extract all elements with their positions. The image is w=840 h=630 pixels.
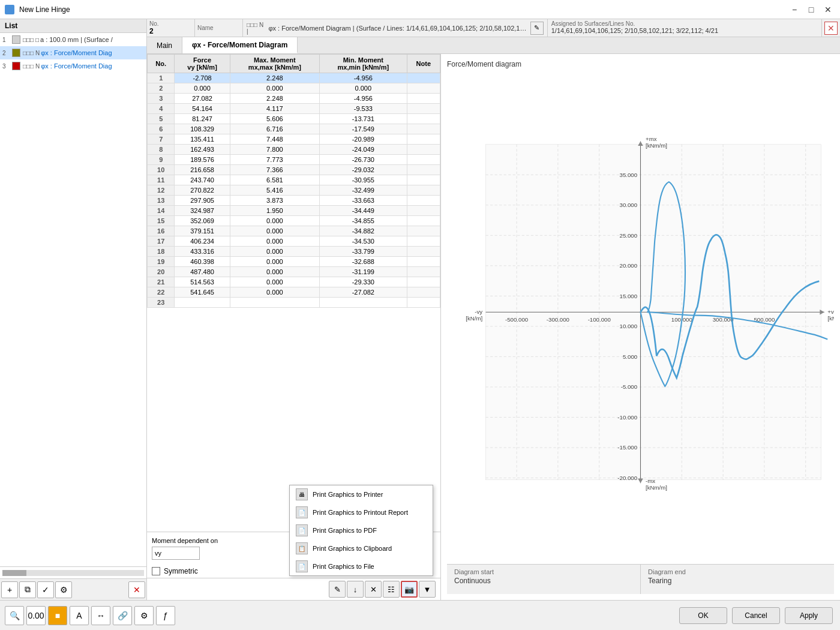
sidebar-header: List — [0, 19, 146, 33]
file-icon: 📄 — [296, 560, 308, 572]
maximize-button[interactable]: □ — [804, 4, 818, 16]
sidebar-item-1[interactable]: 1 □□□ □ a : 100.0 mm | (Surface / — [0, 33, 146, 46]
table-row[interactable]: 20487.4800.000-31.199 — [148, 267, 440, 277]
minimize-button[interactable]: − — [787, 4, 802, 16]
sidebar-toolbar: + ⧉ ✓ ⚙ ✕ — [0, 578, 146, 600]
symmetric-checkbox[interactable] — [152, 567, 160, 575]
table-row[interactable]: 1-2.7082.248-4.956 — [148, 73, 440, 83]
table-row[interactable]: 7135.4117.448-20.989 — [148, 134, 440, 145]
table-row[interactable]: 581.2475.606-13.731 — [148, 114, 440, 124]
table-cell-note — [407, 267, 440, 277]
table-cell-note — [407, 185, 440, 196]
moment-input[interactable] — [152, 547, 200, 560]
table-cell-no: 18 — [148, 247, 175, 257]
tab-diagram[interactable]: φx - Force/Moment Diagram — [182, 37, 298, 53]
function-button[interactable]: ƒ — [156, 606, 175, 625]
table-row[interactable]: 10216.6587.366-29.032 — [148, 165, 440, 175]
table-row[interactable]: 454.1644.117-9.533 — [148, 104, 440, 114]
table-row[interactable]: 16379.1510.000-34.882 — [148, 226, 440, 236]
table-row[interactable]: 11243.7406.581-30.955 — [148, 175, 440, 185]
item-icons-3: □□□ N — [23, 63, 40, 70]
print-file-label: Print Graphics to File — [313, 563, 374, 570]
copy-item-button[interactable]: ⧉ — [19, 581, 36, 598]
print-report-item[interactable]: 📄 Print Graphics to Printout Report — [290, 503, 433, 521]
coordinates-button[interactable]: 0.00 — [26, 606, 46, 625]
table-row[interactable]: 23 — [148, 298, 440, 308]
table-cell-max_moment: 0.000 — [230, 287, 319, 298]
table-cell-no: 20 — [148, 267, 175, 277]
grid-button[interactable]: ☷ — [383, 581, 400, 598]
table-row[interactable]: 13297.9053.873-33.663 — [148, 196, 440, 206]
table-cell-no: 4 — [148, 104, 175, 114]
ok-button[interactable]: OK — [679, 607, 727, 624]
table-row[interactable]: 21514.5630.000-29.330 — [148, 277, 440, 287]
col-max-moment: Max. Momentmx,max [kNm/m] — [230, 55, 319, 73]
edit-cell-button[interactable]: ✎ — [329, 581, 346, 598]
dimensions-button[interactable]: ↔ — [91, 606, 110, 625]
table-cell-note — [407, 206, 440, 216]
table-cell-min_moment: -13.731 — [320, 114, 407, 124]
table-row[interactable]: 327.0822.248-4.956 — [148, 94, 440, 104]
sidebar-item-3[interactable]: 3 □□□ N φx : Force/Moment Diag — [0, 59, 146, 73]
table-row[interactable]: 14324.9871.950-34.449 — [148, 206, 440, 216]
settings-button[interactable]: ⚙ — [134, 606, 154, 625]
svg-text:-20.000: -20.000 — [617, 475, 637, 481]
cancel-button[interactable]: Cancel — [732, 607, 780, 624]
dialog-buttons: OK Cancel Apply — [672, 607, 840, 624]
print-pdf-item[interactable]: 📄 Print Graphics to PDF — [290, 521, 433, 539]
table-cell-no: 14 — [148, 206, 175, 216]
add-item-button[interactable]: + — [1, 581, 18, 598]
table-cell-min_moment: -34.449 — [320, 206, 407, 216]
link-button[interactable]: 🔗 — [113, 606, 132, 625]
item-color-1 — [12, 35, 20, 44]
text-button[interactable]: A — [70, 606, 89, 625]
print-clipboard-item[interactable]: 📋 Print Graphics to Clipboard — [290, 539, 433, 557]
sidebar-item-2[interactable]: 2 □□□ N φx : Force/Moment Diag — [0, 46, 146, 59]
table-cell-max_moment: 7.448 — [230, 134, 319, 145]
table-cell-note — [407, 124, 440, 134]
table-cell-note — [407, 287, 440, 298]
table-row[interactable]: 12270.8225.416-32.499 — [148, 185, 440, 196]
print-clipboard-label: Print Graphics to Clipboard — [313, 545, 392, 552]
diagram-footer: Diagram start Continuous Diagram end Tea… — [447, 564, 834, 594]
edit-name-button[interactable]: ✎ — [530, 22, 544, 35]
bottom-toolbar: 🔍 0.00 ■ A ↔ 🔗 ⚙ ƒ — [0, 604, 672, 628]
table-row[interactable]: 15352.0690.000-34.855 — [148, 216, 440, 226]
assigned-edit-button[interactable]: ✕ — [824, 22, 838, 35]
item-icons-2: □□□ N — [23, 50, 40, 56]
magnify-button[interactable]: 🔍 — [5, 606, 24, 625]
delete-row-button[interactable]: ✕ — [365, 581, 382, 598]
table-cell-min_moment: -4.956 — [320, 73, 407, 83]
screenshot-button[interactable]: 📷 — [401, 581, 418, 598]
table-cell-max_moment: 0.000 — [230, 277, 319, 287]
table-cell-note — [407, 196, 440, 206]
table-row[interactable]: 20.0000.0000.000 — [148, 83, 440, 94]
rectangle-button[interactable]: ■ — [48, 606, 67, 625]
close-button[interactable]: ✕ — [821, 4, 835, 16]
svg-text:5.000: 5.000 — [623, 353, 637, 360]
svg-text:35.000: 35.000 — [620, 172, 638, 178]
table-row[interactable]: 22541.6450.000-27.082 — [148, 287, 440, 298]
tab-main[interactable]: Main — [147, 37, 182, 53]
table-row[interactable]: 19460.3980.000-32.688 — [148, 257, 440, 267]
diagram-end-label: Diagram end — [648, 568, 827, 575]
settings-item-button[interactable]: ⚙ — [55, 581, 72, 598]
print-file-item[interactable]: 📄 Print Graphics to File — [290, 557, 433, 575]
table-cell-max_moment: 0.000 — [230, 236, 319, 247]
table-row[interactable]: 9189.5767.773-26.730 — [148, 155, 440, 165]
table-cell-force_vy: -2.708 — [175, 73, 230, 83]
table-cell-no: 7 — [148, 134, 175, 145]
check-item-button[interactable]: ✓ — [37, 581, 54, 598]
table-row[interactable]: 17406.2340.000-34.530 — [148, 236, 440, 247]
table-cell-note — [407, 236, 440, 247]
assigned-value: 1/14,61,69,104,106,125; 2/10,58,102,121;… — [551, 27, 818, 34]
apply-button[interactable]: Apply — [785, 607, 833, 624]
print-printer-item[interactable]: 🖶 Print Graphics to Printer — [290, 485, 433, 503]
table-row[interactable]: 8162.4937.800-24.049 — [148, 145, 440, 155]
table-cell-no: 1 — [148, 73, 175, 83]
delete-item-button[interactable]: ✕ — [128, 581, 145, 598]
table-row[interactable]: 6108.3296.716-17.549 — [148, 124, 440, 134]
print-dropdown-button[interactable]: ▼ — [419, 581, 436, 598]
insert-below-button[interactable]: ↓ — [347, 581, 364, 598]
table-row[interactable]: 18433.3160.000-33.799 — [148, 247, 440, 257]
